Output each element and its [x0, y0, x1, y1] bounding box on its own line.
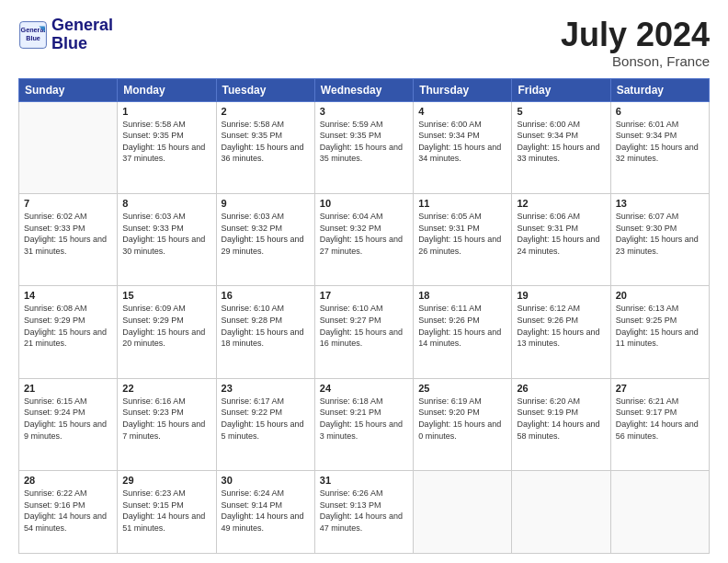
day-number: 19: [517, 290, 605, 301]
day-number: 24: [320, 383, 408, 394]
table-row: 3 Sunrise: 5:59 AMSunset: 9:35 PMDayligh…: [314, 101, 413, 193]
day-info: Sunrise: 6:24 AMSunset: 9:14 PMDaylight:…: [222, 488, 310, 534]
svg-text:Blue: Blue: [26, 33, 40, 41]
table-row: 21 Sunrise: 6:15 AMSunset: 9:24 PMDaylig…: [19, 378, 118, 470]
table-row: 1 Sunrise: 5:58 AMSunset: 9:35 PMDayligh…: [118, 101, 216, 193]
day-number: 28: [24, 475, 112, 486]
day-number: 10: [320, 198, 408, 209]
day-info: Sunrise: 6:12 AMSunset: 9:26 PMDaylight:…: [517, 303, 605, 349]
table-row: 17 Sunrise: 6:10 AMSunset: 9:27 PMDaylig…: [314, 286, 413, 378]
day-number: 26: [517, 383, 605, 394]
table-row: 15 Sunrise: 6:09 AMSunset: 9:29 PMDaylig…: [118, 286, 216, 378]
day-info: Sunrise: 6:21 AMSunset: 9:17 PMDaylight:…: [616, 396, 704, 442]
table-row: 22 Sunrise: 6:16 AMSunset: 9:23 PMDaylig…: [118, 378, 216, 470]
day-info: Sunrise: 6:22 AMSunset: 9:16 PMDaylight:…: [24, 488, 112, 534]
table-row: 11 Sunrise: 6:05 AMSunset: 9:31 PMDaylig…: [414, 193, 512, 285]
table-row: 31 Sunrise: 6:26 AMSunset: 9:13 PMDaylig…: [314, 471, 413, 554]
day-number: 1: [122, 106, 210, 117]
day-info: Sunrise: 6:15 AMSunset: 9:24 PMDaylight:…: [24, 396, 112, 442]
day-info: Sunrise: 6:11 AMSunset: 9:26 PMDaylight:…: [418, 303, 506, 349]
day-info: Sunrise: 6:19 AMSunset: 9:20 PMDaylight:…: [418, 396, 506, 442]
location: Bonson, France: [561, 53, 710, 69]
day-number: 14: [24, 290, 112, 301]
day-number: 12: [517, 198, 605, 209]
day-number: 11: [418, 198, 506, 209]
title-block: July 2024 Bonson, France: [561, 17, 710, 69]
table-row: 14 Sunrise: 6:08 AMSunset: 9:29 PMDaylig…: [19, 286, 118, 378]
day-info: Sunrise: 6:13 AMSunset: 9:25 PMDaylight:…: [616, 303, 704, 349]
header: General Blue General Blue July 2024 Bons…: [18, 17, 710, 69]
day-number: 18: [418, 290, 506, 301]
table-row: [610, 471, 709, 554]
day-number: 5: [517, 106, 605, 117]
day-info: Sunrise: 6:03 AMSunset: 9:32 PMDaylight:…: [222, 211, 310, 257]
calendar-week-row: 7 Sunrise: 6:02 AMSunset: 9:33 PMDayligh…: [19, 193, 710, 285]
table-row: 2 Sunrise: 5:58 AMSunset: 9:35 PMDayligh…: [216, 101, 314, 193]
day-number: 8: [122, 198, 210, 209]
day-number: 9: [222, 198, 310, 209]
day-info: Sunrise: 6:04 AMSunset: 9:32 PMDaylight:…: [320, 211, 408, 257]
table-row: [414, 471, 512, 554]
day-info: Sunrise: 6:03 AMSunset: 9:33 PMDaylight:…: [122, 211, 210, 257]
table-row: 9 Sunrise: 6:03 AMSunset: 9:32 PMDayligh…: [216, 193, 314, 285]
day-number: 21: [24, 383, 112, 394]
calendar-week-row: 21 Sunrise: 6:15 AMSunset: 9:24 PMDaylig…: [19, 378, 710, 470]
day-info: Sunrise: 6:16 AMSunset: 9:23 PMDaylight:…: [122, 396, 210, 442]
day-info: Sunrise: 6:26 AMSunset: 9:13 PMDaylight:…: [320, 488, 408, 534]
day-number: 6: [616, 106, 704, 117]
table-row: 25 Sunrise: 6:19 AMSunset: 9:20 PMDaylig…: [414, 378, 512, 470]
day-info: Sunrise: 6:07 AMSunset: 9:30 PMDaylight:…: [616, 211, 704, 257]
day-number: 13: [616, 198, 704, 209]
day-info: Sunrise: 6:10 AMSunset: 9:28 PMDaylight:…: [222, 303, 310, 349]
day-info: Sunrise: 6:06 AMSunset: 9:31 PMDaylight:…: [517, 211, 605, 257]
day-number: 3: [320, 106, 408, 117]
day-info: Sunrise: 5:59 AMSunset: 9:35 PMDaylight:…: [320, 119, 408, 165]
day-number: 7: [24, 198, 112, 209]
table-row: [512, 471, 610, 554]
logo-icon: General Blue: [18, 20, 48, 50]
header-wednesday: Wednesday: [314, 78, 413, 101]
day-info: Sunrise: 6:00 AMSunset: 9:34 PMDaylight:…: [517, 119, 605, 165]
day-info: Sunrise: 6:18 AMSunset: 9:21 PMDaylight:…: [320, 396, 408, 442]
day-info: Sunrise: 6:10 AMSunset: 9:27 PMDaylight:…: [320, 303, 408, 349]
day-info: Sunrise: 6:02 AMSunset: 9:33 PMDaylight:…: [24, 211, 112, 257]
day-number: 17: [320, 290, 408, 301]
day-number: 15: [122, 290, 210, 301]
header-friday: Friday: [512, 78, 610, 101]
header-monday: Monday: [118, 78, 216, 101]
day-info: Sunrise: 5:58 AMSunset: 9:35 PMDaylight:…: [122, 119, 210, 165]
weekday-header-row: Sunday Monday Tuesday Wednesday Thursday…: [19, 78, 710, 101]
table-row: 8 Sunrise: 6:03 AMSunset: 9:33 PMDayligh…: [118, 193, 216, 285]
table-row: 23 Sunrise: 6:17 AMSunset: 9:22 PMDaylig…: [216, 378, 314, 470]
day-number: 23: [222, 383, 310, 394]
calendar-week-row: 14 Sunrise: 6:08 AMSunset: 9:29 PMDaylig…: [19, 286, 710, 378]
calendar-week-row: 1 Sunrise: 5:58 AMSunset: 9:35 PMDayligh…: [19, 101, 710, 193]
day-info: Sunrise: 6:09 AMSunset: 9:29 PMDaylight:…: [122, 303, 210, 349]
table-row: 30 Sunrise: 6:24 AMSunset: 9:14 PMDaylig…: [216, 471, 314, 554]
logo: General Blue General Blue: [18, 17, 113, 53]
table-row: 29 Sunrise: 6:23 AMSunset: 9:15 PMDaylig…: [118, 471, 216, 554]
calendar-week-row: 28 Sunrise: 6:22 AMSunset: 9:16 PMDaylig…: [19, 471, 710, 554]
day-number: 25: [418, 383, 506, 394]
day-info: Sunrise: 6:05 AMSunset: 9:31 PMDaylight:…: [418, 211, 506, 257]
header-tuesday: Tuesday: [216, 78, 314, 101]
day-number: 29: [122, 475, 210, 486]
day-number: 27: [616, 383, 704, 394]
day-info: Sunrise: 6:01 AMSunset: 9:34 PMDaylight:…: [616, 119, 704, 165]
day-info: Sunrise: 6:23 AMSunset: 9:15 PMDaylight:…: [122, 488, 210, 534]
day-number: 22: [122, 383, 210, 394]
day-number: 16: [222, 290, 310, 301]
table-row: 4 Sunrise: 6:00 AMSunset: 9:34 PMDayligh…: [414, 101, 512, 193]
table-row: 5 Sunrise: 6:00 AMSunset: 9:34 PMDayligh…: [512, 101, 610, 193]
table-row: 12 Sunrise: 6:06 AMSunset: 9:31 PMDaylig…: [512, 193, 610, 285]
table-row: 28 Sunrise: 6:22 AMSunset: 9:16 PMDaylig…: [19, 471, 118, 554]
table-row: 19 Sunrise: 6:12 AMSunset: 9:26 PMDaylig…: [512, 286, 610, 378]
day-number: 4: [418, 106, 506, 117]
month-title: July 2024: [561, 17, 710, 53]
day-number: 2: [222, 106, 310, 117]
day-info: Sunrise: 6:17 AMSunset: 9:22 PMDaylight:…: [222, 396, 310, 442]
day-number: 30: [222, 475, 310, 486]
header-sunday: Sunday: [19, 78, 118, 101]
table-row: 18 Sunrise: 6:11 AMSunset: 9:26 PMDaylig…: [414, 286, 512, 378]
day-info: Sunrise: 6:00 AMSunset: 9:34 PMDaylight:…: [418, 119, 506, 165]
